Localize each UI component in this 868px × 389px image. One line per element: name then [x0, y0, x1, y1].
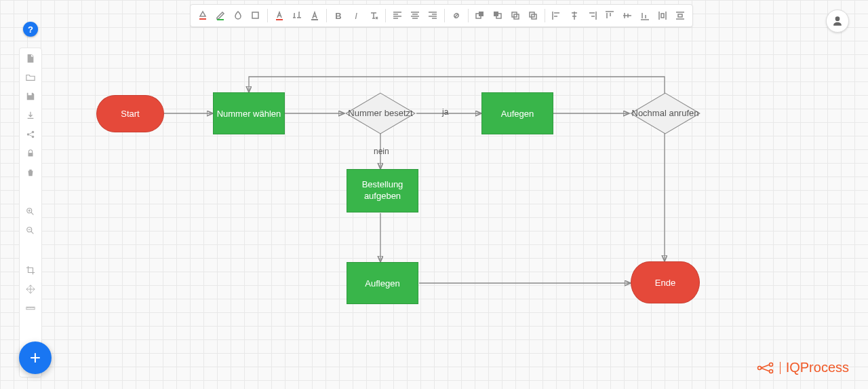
user-avatar-button[interactable]: [826, 10, 849, 33]
fill-color-button[interactable]: [195, 7, 211, 24]
user-icon: [831, 14, 844, 28]
node-dial-number[interactable]: Nummer wählen: [213, 92, 285, 134]
opacity-button[interactable]: [230, 7, 246, 24]
send-back-button[interactable]: [490, 7, 506, 24]
help-button[interactable]: ?: [23, 22, 38, 37]
share-button[interactable]: [24, 128, 37, 141]
save-button[interactable]: [24, 90, 37, 103]
link-button[interactable]: [448, 7, 465, 24]
node-place-order[interactable]: Bestellung aufgeben: [347, 169, 418, 212]
obj-align-middle-button[interactable]: [619, 7, 635, 24]
canvas[interactable]: Start Nummer wählen Nummer besetzt Aufeg…: [0, 0, 868, 389]
align-center-button[interactable]: [407, 7, 423, 24]
obj-align-center-h-button[interactable]: [566, 7, 583, 24]
italic-button[interactable]: I: [348, 7, 364, 24]
shadow-button[interactable]: [248, 7, 264, 24]
delete-button[interactable]: [24, 166, 37, 179]
svg-point-18: [757, 366, 761, 369]
left-sidebar: [19, 48, 42, 377]
align-right-button[interactable]: [425, 7, 441, 24]
node-end[interactable]: Ende: [631, 261, 700, 303]
lock-button[interactable]: [24, 147, 37, 160]
open-folder-button[interactable]: [24, 71, 37, 84]
bold-button[interactable]: B: [330, 7, 347, 24]
align-left-button[interactable]: [389, 7, 406, 24]
node-label: Nummer wählen: [217, 109, 281, 119]
svg-point-19: [769, 363, 772, 366]
edges-layer: [0, 0, 868, 389]
bring-front-button[interactable]: [472, 7, 488, 24]
obj-align-right-button[interactable]: [584, 7, 600, 24]
node-call-again[interactable]: Nochmal anrufen: [629, 92, 701, 135]
brand-divider: [780, 362, 781, 374]
zoom-out-button[interactable]: [24, 225, 37, 237]
node-hang-up-1[interactable]: Aufegen: [481, 92, 553, 134]
node-label: Nochmal anrufen: [632, 108, 699, 119]
node-hang-up-2[interactable]: Auflegen: [347, 262, 418, 304]
bring-forward-button[interactable]: [507, 7, 524, 24]
svg-point-20: [769, 369, 772, 373]
brand-logo: IQProcess: [757, 360, 849, 375]
font-color-button[interactable]: [271, 7, 288, 24]
obj-align-bottom-button[interactable]: [637, 7, 653, 24]
edge-label-yes: ja: [442, 107, 448, 117]
node-label: Auflegen: [365, 278, 399, 289]
brand-icon: [757, 362, 774, 374]
distribute-h-button[interactable]: [654, 7, 671, 24]
node-label: Ende: [655, 278, 675, 288]
node-label: Start: [121, 109, 139, 119]
distribute-v-button[interactable]: [672, 7, 688, 24]
clear-format-button[interactable]: [366, 7, 382, 24]
plus-icon: +: [30, 347, 41, 369]
svg-point-11: [27, 133, 30, 136]
add-fab-button[interactable]: +: [19, 341, 52, 374]
formatting-toolbar: B I: [190, 4, 693, 27]
crop-button[interactable]: [24, 264, 37, 276]
brand-name: IQProcess: [786, 360, 849, 375]
new-file-button[interactable]: [24, 52, 37, 64]
svg-rect-14: [28, 153, 33, 156]
export-button[interactable]: [24, 109, 37, 122]
node-label: Nummer besetzt: [348, 108, 412, 119]
help-icon: ?: [28, 24, 33, 35]
obj-align-top-button[interactable]: [601, 7, 618, 24]
node-label: Aufegen: [501, 109, 534, 119]
send-backward-button[interactable]: [525, 7, 541, 24]
node-label: Bestellung aufgeben: [347, 179, 418, 202]
svg-rect-6: [494, 12, 498, 16]
font-size-button[interactable]: [289, 7, 305, 24]
zoom-in-button[interactable]: [24, 206, 37, 218]
pan-button[interactable]: [24, 283, 37, 295]
svg-rect-4: [479, 12, 484, 16]
font-family-button[interactable]: [307, 7, 323, 24]
edge-label-no: nein: [374, 147, 389, 156]
obj-align-left-button[interactable]: [549, 7, 565, 24]
node-start[interactable]: Start: [96, 95, 164, 132]
svg-rect-2: [252, 12, 258, 18]
node-number-busy[interactable]: Nummer besetzt: [344, 92, 416, 135]
ruler-button[interactable]: [24, 302, 37, 314]
stroke-color-button[interactable]: [212, 7, 229, 24]
